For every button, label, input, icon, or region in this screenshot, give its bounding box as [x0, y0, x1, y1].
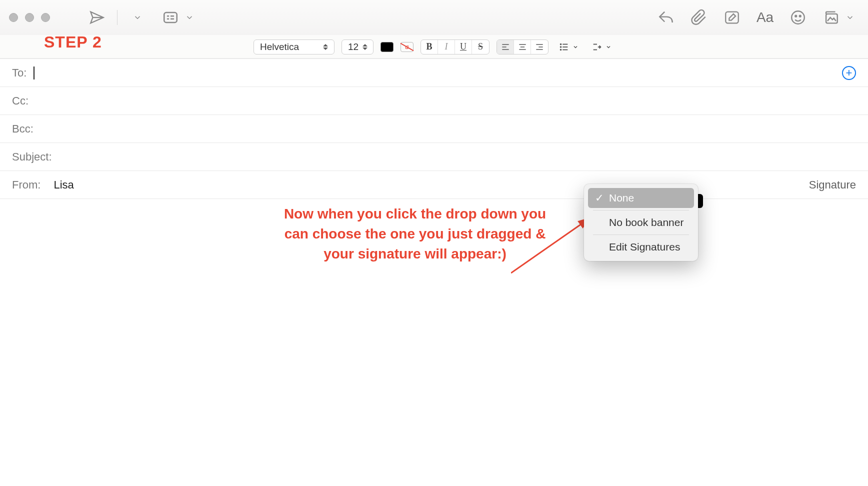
bcc-label: Bcc: [12, 122, 34, 136]
bcc-row: Bcc: [0, 115, 868, 143]
emoji-button[interactable] [789, 8, 807, 26]
reply-icon [658, 9, 674, 26]
from-label: From: [12, 178, 40, 192]
signature-option-none[interactable]: ✓ None [588, 188, 694, 208]
zoom-window-button[interactable] [41, 13, 50, 22]
select-edge [698, 194, 703, 208]
subject-row: Subject: [0, 143, 868, 171]
cc-label: Cc: [12, 94, 28, 108]
svg-point-6 [792, 11, 804, 24]
minimize-window-button[interactable] [25, 13, 34, 22]
align-group [496, 40, 548, 54]
style-group: B I U S [420, 40, 490, 54]
step-annotation: STEP 2 [44, 33, 102, 52]
signature-option-custom[interactable]: No book banner [588, 212, 694, 232]
align-left-icon [500, 42, 510, 52]
photo-browser-icon [822, 9, 840, 26]
subject-input[interactable] [58, 150, 856, 164]
cc-input[interactable] [34, 94, 856, 108]
svg-point-21 [560, 49, 562, 50]
markup-icon [724, 9, 740, 26]
add-recipient-button[interactable]: + [842, 66, 856, 80]
menu-divider [593, 210, 689, 210]
subject-label: Subject: [12, 150, 52, 164]
header-rows: To: + Cc: Bcc: Subject: From: Lisa Signa… [0, 58, 868, 199]
stepper-icon [323, 44, 330, 50]
align-left-button[interactable] [497, 40, 514, 54]
send-options-chevron[interactable] [128, 8, 146, 26]
font-size-select[interactable]: 12 [342, 40, 374, 54]
strike-button[interactable]: S [472, 40, 489, 54]
align-right-icon [534, 42, 544, 52]
text-color-swatch[interactable] [380, 42, 394, 52]
svg-rect-5 [726, 12, 738, 24]
message-body[interactable]: Now when you click the drop down you can… [0, 199, 868, 486]
signature-label: Signature [809, 178, 856, 192]
header-fields-icon [162, 9, 179, 26]
indent-icon [592, 42, 602, 52]
bold-button[interactable]: B [421, 40, 438, 54]
indent-menu[interactable] [588, 40, 614, 54]
svg-point-7 [795, 16, 796, 17]
edit-signatures-option[interactable]: Edit Signatures [588, 237, 694, 257]
to-input[interactable] [34, 66, 842, 80]
bcc-input[interactable] [40, 122, 856, 136]
stepper-icon [362, 44, 369, 50]
check-icon: ✓ [595, 192, 604, 204]
font-family-select[interactable]: Helvetica [254, 40, 334, 54]
header-fields-chevron[interactable] [180, 8, 198, 26]
svg-point-20 [560, 46, 562, 48]
signature-option-label: No book banner [609, 216, 684, 228]
svg-point-19 [560, 44, 562, 44]
chevron-down-icon [846, 13, 854, 22]
signature-menu: ✓ None No book banner Edit Signatures [584, 184, 698, 261]
chevron-down-icon [185, 13, 194, 22]
arrow-annotation-icon [511, 214, 596, 274]
emoji-icon [790, 9, 806, 26]
from-value[interactable]: Lisa [54, 178, 74, 192]
markup-button[interactable] [723, 8, 741, 26]
list-menu[interactable] [556, 40, 582, 54]
send-icon [88, 9, 106, 26]
photo-browser-button[interactable] [822, 8, 859, 26]
format-bar: Helvetica 12 a B I U S [0, 36, 868, 58]
svg-rect-0 [164, 12, 177, 22]
window-controls [9, 13, 50, 22]
align-right-button[interactable] [531, 40, 548, 54]
to-label: To: [12, 66, 26, 80]
align-center-button[interactable] [514, 40, 531, 54]
send-button[interactable] [88, 8, 106, 26]
window-toolbar: Aa [0, 0, 868, 36]
to-row: To: + [0, 59, 868, 87]
font-size-value: 12 [348, 42, 358, 52]
italic-button[interactable]: I [438, 40, 455, 54]
format-button[interactable]: Aa [756, 8, 774, 26]
underline-button[interactable]: U [455, 40, 472, 54]
paperclip-icon [690, 9, 708, 26]
svg-line-27 [511, 218, 590, 273]
photo-browser-chevron[interactable] [841, 8, 859, 26]
menu-divider [593, 234, 689, 235]
from-row: From: Lisa Signature [0, 171, 868, 199]
chevron-down-icon [133, 13, 142, 22]
reply-button[interactable] [657, 8, 675, 26]
signature-option-label: None [609, 192, 634, 204]
chevron-down-icon [572, 44, 578, 50]
close-window-button[interactable] [9, 13, 18, 22]
cc-row: Cc: [0, 87, 868, 115]
svg-point-8 [800, 16, 801, 17]
signature-option-label: Edit Signatures [609, 241, 680, 253]
attach-button[interactable] [690, 8, 708, 26]
font-family-value: Helvetica [260, 42, 299, 52]
list-icon [558, 42, 570, 52]
align-center-icon [518, 42, 528, 52]
header-fields-button[interactable] [162, 8, 198, 26]
highlight-color-swatch[interactable]: a [400, 42, 414, 52]
chevron-down-icon [606, 44, 612, 50]
toolbar-divider [117, 10, 118, 25]
